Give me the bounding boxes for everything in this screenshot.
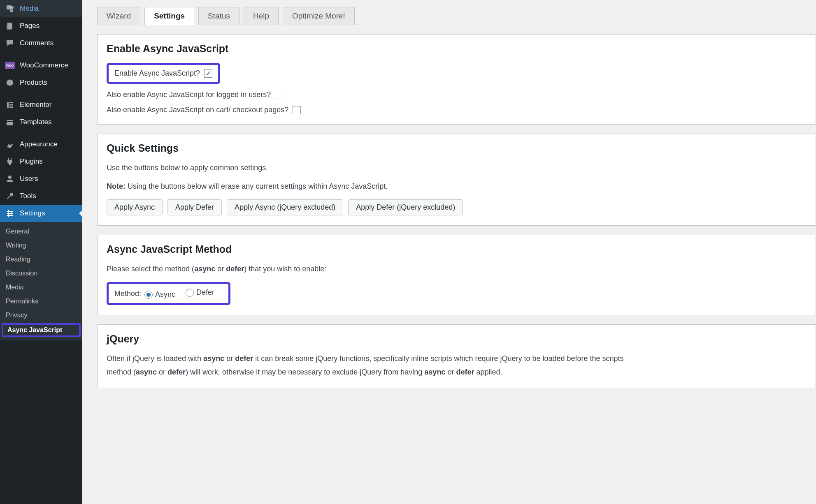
quick-button-row: Apply Async Apply Defer Apply Async (jQu… — [107, 199, 807, 215]
appearance-icon — [5, 140, 15, 149]
logged-in-label: Also enable Async JavaScript for logged … — [107, 90, 271, 99]
sidebar-item-label: Pages — [20, 22, 40, 30]
quick-desc: Use the buttons below to apply common se… — [107, 162, 807, 173]
admin-sidebar: Media Pages Comments woo WooCommerce Pro — [0, 0, 82, 504]
sidebar-item-comments[interactable]: Comments — [0, 35, 82, 52]
cart-checkout-label: Also enable Async JavaScript on cart/ ch… — [107, 106, 288, 114]
products-icon — [5, 78, 15, 87]
logged-in-checkbox[interactable] — [275, 91, 283, 99]
sidebar-item-pages[interactable]: Pages — [0, 17, 82, 35]
apply-async-excluded-button[interactable]: Apply Async (jQuery excluded) — [227, 199, 343, 215]
sidebar-item-label: Comments — [20, 39, 53, 47]
method-desc: Please select the method (async or defer… — [107, 264, 807, 275]
highlight-enable-option: Enable Async JavaScript? — [107, 63, 220, 84]
sidebar-item-users[interactable]: Users — [0, 170, 82, 187]
svg-rect-11 — [8, 214, 9, 217]
svg-rect-9 — [8, 210, 9, 213]
svg-rect-3 — [9, 104, 13, 106]
submenu-item-media[interactable]: Media — [0, 280, 82, 294]
sidebar-item-appearance[interactable]: Appearance — [0, 136, 82, 153]
cart-checkout-checkbox[interactable] — [293, 106, 301, 114]
settings-icon — [5, 209, 15, 218]
sidebar-item-label: Users — [20, 175, 38, 183]
sidebar-item-woocommerce[interactable]: woo WooCommerce — [0, 57, 82, 74]
main-content: Wizard Settings Status Help Optimize Mor… — [82, 0, 816, 504]
sidebar-item-label: Media — [20, 5, 39, 13]
method-radio-group: Async Defer — [144, 288, 223, 299]
comments-icon — [5, 39, 15, 48]
panel-title: Enable Async JavaScript — [107, 43, 807, 55]
sidebar-item-label: Appearance — [20, 140, 58, 148]
apply-async-button[interactable]: Apply Async — [107, 199, 163, 215]
svg-rect-2 — [9, 102, 13, 103]
enable-panel: Enable Async JavaScript Enable Async Jav… — [97, 34, 816, 125]
media-icon — [5, 4, 15, 13]
submenu-item-discussion[interactable]: Discussion — [0, 266, 82, 280]
sidebar-item-label: Plugins — [20, 157, 43, 166]
method-radio-async-label[interactable]: Async — [144, 290, 175, 299]
tab-status[interactable]: Status — [198, 7, 239, 25]
elementor-icon — [5, 100, 15, 109]
tab-optimize-more[interactable]: Optimize More! — [283, 7, 355, 25]
sidebar-item-label: Elementor — [20, 101, 51, 109]
tools-icon — [5, 192, 15, 201]
tab-help[interactable]: Help — [244, 7, 279, 25]
tab-wizard[interactable]: Wizard — [97, 7, 140, 25]
svg-rect-1 — [7, 102, 9, 108]
enable-checkbox[interactable] — [204, 69, 212, 78]
submenu-item-general[interactable]: General — [0, 224, 82, 238]
sidebar-item-label: Templates — [20, 118, 51, 126]
submenu-item-privacy[interactable]: Privacy — [0, 308, 82, 322]
tab-bar: Wizard Settings Status Help Optimize Mor… — [97, 7, 816, 25]
sidebar-item-plugins[interactable]: Plugins — [0, 153, 82, 170]
submenu-item-permalinks[interactable]: Permalinks — [0, 294, 82, 308]
sidebar-item-label: Settings — [20, 209, 45, 217]
svg-rect-10 — [11, 212, 12, 215]
jquery-desc-1: Often if jQuery is loaded with async or … — [107, 353, 807, 364]
svg-point-5 — [8, 176, 12, 179]
svg-rect-4 — [9, 106, 13, 108]
method-label: Method: — [114, 289, 141, 298]
highlight-method-option: Method: Async Defer — [107, 282, 230, 305]
submenu-item-async-javascript[interactable]: Async JavaScript — [7, 326, 75, 334]
method-radio-defer-label[interactable]: Defer — [186, 288, 214, 297]
sidebar-item-tools[interactable]: Tools — [0, 187, 82, 205]
svg-point-0 — [10, 6, 14, 9]
sidebar-item-label: Tools — [20, 192, 36, 200]
woocommerce-icon: woo — [5, 61, 15, 70]
enable-label: Enable Async JavaScript? — [114, 69, 200, 78]
pages-icon — [5, 21, 15, 30]
submenu-item-reading[interactable]: Reading — [0, 252, 82, 266]
svg-rect-8 — [7, 215, 13, 216]
sidebar-item-label: Products — [20, 79, 47, 87]
sidebar-item-settings[interactable]: Settings — [0, 205, 82, 222]
submenu-highlight-async-js: Async JavaScript — [2, 323, 81, 337]
panel-title: Async JavaScript Method — [107, 243, 807, 255]
panel-title: jQuery — [107, 333, 807, 345]
apply-defer-excluded-button[interactable]: Apply Defer (jQuery excluded) — [348, 199, 463, 215]
jquery-panel: jQuery Often if jQuery is loaded with as… — [97, 324, 816, 388]
svg-rect-7 — [7, 213, 13, 214]
tab-settings[interactable]: Settings — [144, 7, 194, 25]
sidebar-item-label: WooCommerce — [20, 61, 68, 69]
plugins-icon — [5, 157, 15, 166]
sidebar-item-elementor[interactable]: Elementor — [0, 96, 82, 113]
apply-defer-button[interactable]: Apply Defer — [167, 199, 222, 215]
quick-settings-panel: Quick Settings Use the buttons below to … — [97, 134, 816, 226]
method-panel: Async JavaScript Method Please select th… — [97, 235, 816, 315]
svg-rect-6 — [7, 211, 13, 212]
panel-title: Quick Settings — [107, 142, 807, 154]
submenu-item-writing[interactable]: Writing — [0, 238, 82, 252]
method-radio-defer[interactable] — [186, 289, 194, 297]
settings-submenu: General Writing Reading Discussion Media… — [0, 222, 82, 340]
method-radio-async[interactable] — [144, 291, 153, 299]
templates-icon — [5, 118, 15, 127]
users-icon — [5, 174, 15, 183]
sidebar-item-templates[interactable]: Templates — [0, 113, 82, 131]
sidebar-item-products[interactable]: Products — [0, 74, 82, 91]
jquery-desc-2: method (async or defer) will work, other… — [107, 367, 807, 378]
quick-note: Note: Using the buttons below will erase… — [107, 181, 807, 192]
sidebar-item-media[interactable]: Media — [0, 0, 82, 17]
